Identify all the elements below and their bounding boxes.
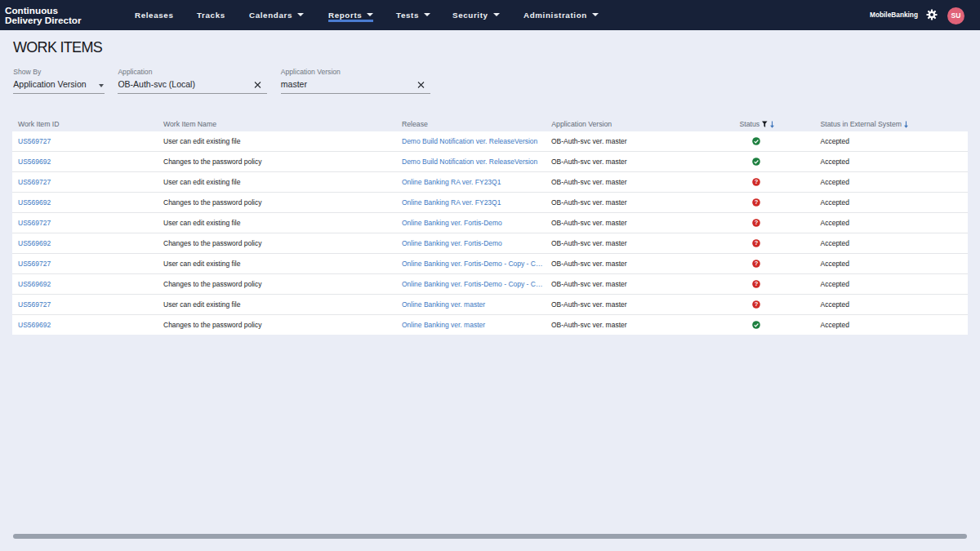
svg-text:?: ? <box>755 300 759 308</box>
svg-text:?: ? <box>755 178 759 185</box>
svg-text:?: ? <box>755 219 759 226</box>
svg-text:?: ? <box>755 260 759 267</box>
svg-text:?: ? <box>755 280 759 287</box>
svg-text:?: ? <box>755 198 759 206</box>
svg-text:?: ? <box>755 239 759 247</box>
